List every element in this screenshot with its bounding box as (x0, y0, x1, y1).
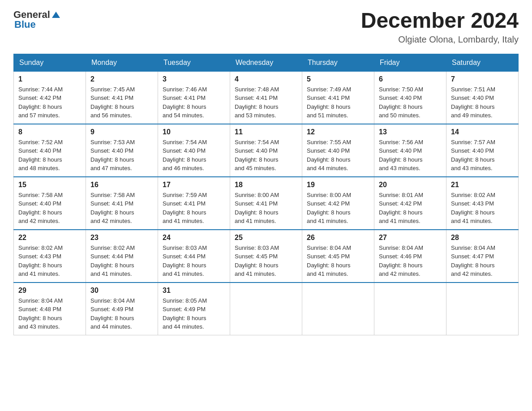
day-number: 28 (451, 234, 514, 242)
day-number: 31 (163, 287, 225, 295)
day-info: Sunrise: 8:03 AM Sunset: 4:45 PM Dayligh… (235, 244, 297, 278)
day-info: Sunrise: 8:02 AM Sunset: 4:43 PM Dayligh… (451, 191, 514, 226)
day-info: Sunrise: 7:45 AM Sunset: 4:41 PM Dayligh… (90, 85, 153, 120)
day-number: 16 (90, 181, 153, 189)
header-cell-sunday: Sunday (14, 54, 86, 71)
day-number: 18 (235, 181, 297, 189)
day-cell: 11Sunrise: 7:54 AM Sunset: 4:40 PM Dayli… (230, 124, 302, 177)
day-number: 3 (163, 75, 225, 83)
day-info: Sunrise: 8:03 AM Sunset: 4:44 PM Dayligh… (163, 244, 225, 278)
day-info: Sunrise: 8:04 AM Sunset: 4:49 PM Dayligh… (90, 296, 153, 331)
day-cell: 25Sunrise: 8:03 AM Sunset: 4:45 PM Dayli… (230, 230, 302, 283)
day-info: Sunrise: 8:04 AM Sunset: 4:48 PM Dayligh… (18, 296, 81, 331)
header-cell-saturday: Saturday (446, 54, 519, 71)
day-info: Sunrise: 7:50 AM Sunset: 4:40 PM Dayligh… (379, 85, 442, 120)
day-cell: 6Sunrise: 7:50 AM Sunset: 4:40 PM Daylig… (374, 71, 446, 124)
day-info: Sunrise: 8:05 AM Sunset: 4:49 PM Dayligh… (163, 296, 225, 331)
calendar-header: SundayMondayTuesdayWednesdayThursdayFrid… (14, 54, 519, 71)
day-number: 27 (379, 234, 442, 242)
day-cell: 27Sunrise: 8:04 AM Sunset: 4:46 PM Dayli… (374, 230, 446, 283)
header-cell-tuesday: Tuesday (158, 54, 230, 71)
day-cell: 1Sunrise: 7:44 AM Sunset: 4:42 PM Daylig… (14, 71, 86, 124)
day-info: Sunrise: 7:46 AM Sunset: 4:41 PM Dayligh… (163, 85, 225, 120)
week-row-4: 22Sunrise: 8:02 AM Sunset: 4:43 PM Dayli… (14, 230, 519, 283)
day-number: 12 (307, 128, 369, 136)
day-cell: 22Sunrise: 8:02 AM Sunset: 4:43 PM Dayli… (14, 230, 86, 283)
day-number: 11 (235, 128, 297, 136)
day-info: Sunrise: 8:02 AM Sunset: 4:44 PM Dayligh… (90, 244, 153, 278)
day-cell: 15Sunrise: 7:58 AM Sunset: 4:40 PM Dayli… (14, 177, 86, 230)
day-cell: 8Sunrise: 7:52 AM Sunset: 4:40 PM Daylig… (14, 124, 86, 177)
day-number: 1 (18, 75, 81, 83)
logo: General Blue (13, 9, 61, 30)
day-number: 8 (18, 128, 81, 136)
location: Olgiate Olona, Lombardy, Italy (361, 34, 519, 45)
day-cell: 5Sunrise: 7:49 AM Sunset: 4:41 PM Daylig… (302, 71, 374, 124)
day-cell: 20Sunrise: 8:01 AM Sunset: 4:42 PM Dayli… (374, 177, 446, 230)
day-info: Sunrise: 7:57 AM Sunset: 4:40 PM Dayligh… (451, 138, 514, 173)
day-info: Sunrise: 7:49 AM Sunset: 4:41 PM Dayligh… (307, 85, 369, 120)
day-info: Sunrise: 7:53 AM Sunset: 4:40 PM Dayligh… (90, 138, 153, 173)
svg-marker-0 (52, 12, 60, 18)
logo-triangle-icon (51, 10, 61, 20)
calendar-body: 1Sunrise: 7:44 AM Sunset: 4:42 PM Daylig… (14, 71, 519, 335)
day-cell (446, 283, 519, 335)
day-cell: 26Sunrise: 8:04 AM Sunset: 4:45 PM Dayli… (302, 230, 374, 283)
day-number: 26 (307, 234, 369, 242)
day-info: Sunrise: 7:54 AM Sunset: 4:40 PM Dayligh… (163, 138, 225, 173)
header-cell-monday: Monday (86, 54, 158, 71)
day-cell: 21Sunrise: 8:02 AM Sunset: 4:43 PM Dayli… (446, 177, 519, 230)
month-title: December 2024 (361, 9, 519, 33)
day-number: 15 (18, 181, 81, 189)
header-cell-friday: Friday (374, 54, 446, 71)
day-cell (230, 283, 302, 335)
day-info: Sunrise: 8:00 AM Sunset: 4:41 PM Dayligh… (235, 191, 297, 226)
day-number: 25 (235, 234, 297, 242)
day-number: 5 (307, 75, 369, 83)
day-info: Sunrise: 7:44 AM Sunset: 4:42 PM Dayligh… (18, 85, 81, 120)
logo-blue: Blue (14, 19, 36, 30)
day-number: 6 (379, 75, 442, 83)
day-cell: 10Sunrise: 7:54 AM Sunset: 4:40 PM Dayli… (158, 124, 230, 177)
day-info: Sunrise: 8:00 AM Sunset: 4:42 PM Dayligh… (307, 191, 369, 226)
day-number: 10 (163, 128, 225, 136)
day-number: 17 (163, 181, 225, 189)
day-cell: 3Sunrise: 7:46 AM Sunset: 4:41 PM Daylig… (158, 71, 230, 124)
day-info: Sunrise: 8:04 AM Sunset: 4:45 PM Dayligh… (307, 244, 369, 278)
day-cell (302, 283, 374, 335)
day-number: 22 (18, 234, 81, 242)
day-number: 4 (235, 75, 297, 83)
day-cell: 9Sunrise: 7:53 AM Sunset: 4:40 PM Daylig… (86, 124, 158, 177)
calendar-table: SundayMondayTuesdayWednesdayThursdayFrid… (13, 54, 519, 335)
day-cell: 24Sunrise: 8:03 AM Sunset: 4:44 PM Dayli… (158, 230, 230, 283)
day-cell: 23Sunrise: 8:02 AM Sunset: 4:44 PM Dayli… (86, 230, 158, 283)
header-row: SundayMondayTuesdayWednesdayThursdayFrid… (14, 54, 519, 71)
day-info: Sunrise: 7:56 AM Sunset: 4:40 PM Dayligh… (379, 138, 442, 173)
day-info: Sunrise: 7:52 AM Sunset: 4:40 PM Dayligh… (18, 138, 81, 173)
day-number: 30 (90, 287, 153, 295)
day-info: Sunrise: 7:54 AM Sunset: 4:40 PM Dayligh… (235, 138, 297, 173)
day-number: 23 (90, 234, 153, 242)
day-info: Sunrise: 7:48 AM Sunset: 4:41 PM Dayligh… (235, 85, 297, 120)
day-number: 19 (307, 181, 369, 189)
day-number: 9 (90, 128, 153, 136)
day-cell: 29Sunrise: 8:04 AM Sunset: 4:48 PM Dayli… (14, 283, 86, 335)
day-info: Sunrise: 7:58 AM Sunset: 4:40 PM Dayligh… (18, 191, 81, 226)
day-number: 2 (90, 75, 153, 83)
day-info: Sunrise: 7:51 AM Sunset: 4:40 PM Dayligh… (451, 85, 514, 120)
day-cell: 7Sunrise: 7:51 AM Sunset: 4:40 PM Daylig… (446, 71, 519, 124)
week-row-5: 29Sunrise: 8:04 AM Sunset: 4:48 PM Dayli… (14, 283, 519, 335)
header-cell-wednesday: Wednesday (230, 54, 302, 71)
day-info: Sunrise: 7:55 AM Sunset: 4:40 PM Dayligh… (307, 138, 369, 173)
header-cell-thursday: Thursday (302, 54, 374, 71)
day-cell: 31Sunrise: 8:05 AM Sunset: 4:49 PM Dayli… (158, 283, 230, 335)
day-cell: 12Sunrise: 7:55 AM Sunset: 4:40 PM Dayli… (302, 124, 374, 177)
day-cell: 13Sunrise: 7:56 AM Sunset: 4:40 PM Dayli… (374, 124, 446, 177)
day-cell: 17Sunrise: 7:59 AM Sunset: 4:41 PM Dayli… (158, 177, 230, 230)
week-row-1: 1Sunrise: 7:44 AM Sunset: 4:42 PM Daylig… (14, 71, 519, 124)
day-info: Sunrise: 8:02 AM Sunset: 4:43 PM Dayligh… (18, 244, 81, 278)
day-cell (374, 283, 446, 335)
day-cell: 4Sunrise: 7:48 AM Sunset: 4:41 PM Daylig… (230, 71, 302, 124)
day-info: Sunrise: 7:58 AM Sunset: 4:41 PM Dayligh… (90, 191, 153, 226)
day-cell: 18Sunrise: 8:00 AM Sunset: 4:41 PM Dayli… (230, 177, 302, 230)
